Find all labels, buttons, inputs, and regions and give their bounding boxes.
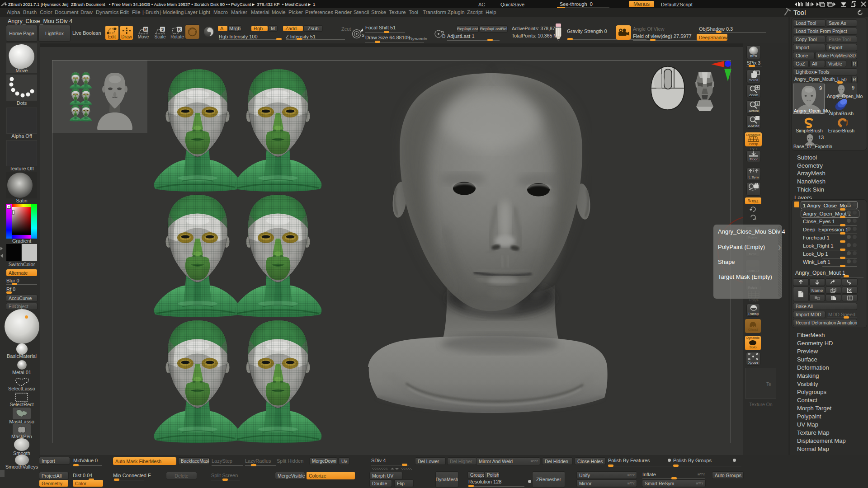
svg-text:R: R — [178, 27, 181, 32]
svg-text:M: M — [144, 27, 148, 32]
svg-text:z: z — [755, 216, 756, 220]
svg-text:D: D — [442, 34, 445, 39]
svg-text:S: S — [362, 33, 364, 38]
svg-text:S: S — [161, 27, 164, 32]
svg-text:1: 1 — [757, 102, 759, 105]
